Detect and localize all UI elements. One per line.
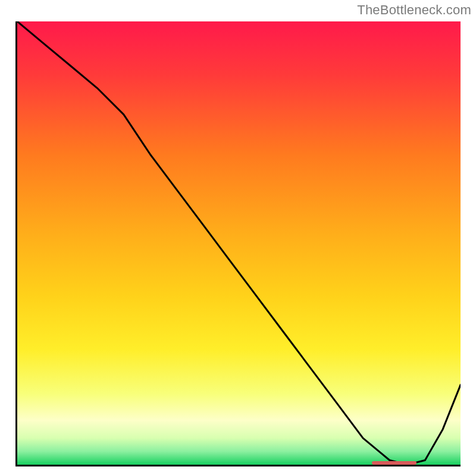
plot-area — [15, 21, 461, 466]
gradient-background — [17, 21, 461, 465]
optimal-range-marker — [372, 461, 416, 465]
bottleneck-chart-svg — [17, 21, 461, 465]
watermark-text: TheBottleneck.com — [357, 2, 471, 18]
chart-container: TheBottleneck.com — [0, 0, 476, 476]
